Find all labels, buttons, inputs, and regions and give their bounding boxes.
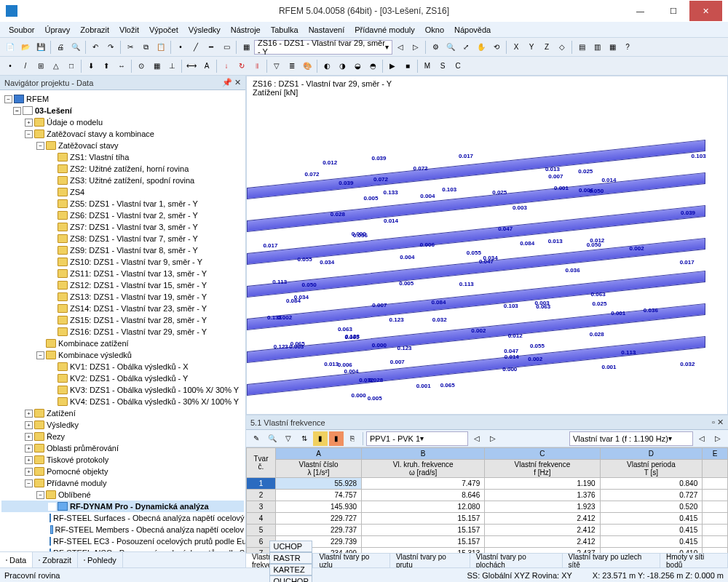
tree-item[interactable]: Kombinace zatížení — [1, 338, 244, 349]
results-sort-icon[interactable]: ⇅ — [297, 431, 312, 446]
results-combo-1[interactable]: PPV1 - PVK 1 ▾ — [366, 431, 468, 446]
tool-8-icon[interactable]: ↔ — [114, 59, 129, 73]
results-next-1-icon[interactable]: ▷ — [486, 431, 500, 446]
view-z-icon[interactable]: Z — [539, 40, 554, 55]
table-row[interactable]: 5229.73715.1572.4120.415 — [247, 525, 728, 536]
status-toggle-rastr[interactable]: RASTR — [269, 552, 312, 564]
tree-item[interactable]: ZS3: Užitné zatížení, spodní rovina — [1, 175, 244, 186]
tree-item[interactable]: RF-STEEL Surfaces - Obecná analýza napět… — [1, 512, 244, 524]
nav-tab-data[interactable]: Data — [0, 552, 33, 567]
tool-grid-icon[interactable]: ▦ — [149, 59, 164, 73]
next-icon[interactable]: ▷ — [408, 40, 423, 55]
menu-přídavné moduly[interactable]: Přídavné moduly — [350, 24, 419, 36]
results-next-2-icon[interactable]: ▷ — [711, 431, 725, 446]
tree-item[interactable]: ZS11: DZS1 - Vlastní tvar 13, směr - Y — [1, 268, 244, 279]
result-tab[interactable]: Vlastní tvary po plochách — [470, 554, 563, 567]
cut-icon[interactable]: ✂ — [123, 40, 138, 55]
menu-vložit[interactable]: Vložit — [115, 24, 143, 36]
results-color-2-icon[interactable]: ▮ — [329, 431, 344, 446]
color-icon[interactable]: 🎨 — [300, 59, 314, 73]
tree-item[interactable]: ZS9: DZS1 - Vlastní tvar 8, směr - Y — [1, 244, 244, 256]
tree-item[interactable]: +Řezy — [1, 431, 244, 442]
dim-icon[interactable]: ⟷ — [184, 59, 199, 73]
minimize-button[interactable]: — — [624, 1, 657, 21]
results-table[interactable]: Tvarč.ABCDEVlastní čísloλ [1/s²]Vl. kruh… — [246, 447, 728, 553]
nav-tab-zobrazit[interactable]: Zobrazit — [33, 552, 78, 567]
filter-icon[interactable]: ▽ — [269, 59, 284, 73]
tree-item[interactable]: +Pomocné objekty — [1, 466, 244, 477]
tree-item[interactable]: ZS5: DZS1 - Vlastní tvar 1, směr - Y — [1, 198, 244, 210]
maximize-button[interactable]: ☐ — [657, 1, 689, 21]
member-icon[interactable]: ━ — [204, 40, 218, 55]
menu-výpočet[interactable]: Výpočet — [145, 24, 183, 36]
tree-item[interactable]: −Přídavné moduly — [1, 477, 244, 489]
tree-item[interactable]: ZS15: DZS1 - Vlastní tvar 28, směr - Y — [1, 314, 244, 326]
view-iso-icon[interactable]: ◇ — [555, 40, 569, 55]
tree-item[interactable]: −Kombinace výsledků — [1, 349, 244, 361]
result-tab[interactable]: Hmoty v síti bodů — [660, 554, 728, 567]
tree-item[interactable]: ZS7: DZS1 - Vlastní tvar 3, směr - Y — [1, 221, 244, 233]
menu-zobrazit[interactable]: Zobrazit — [76, 24, 114, 36]
line-icon[interactable]: ╱ — [189, 40, 203, 55]
results-prev-1-icon[interactable]: ◁ — [470, 431, 484, 446]
render-1-icon[interactable]: ▤ — [574, 40, 589, 55]
tree-item[interactable]: −03-Lešení — [1, 105, 244, 116]
save-icon[interactable]: 💾 — [33, 40, 48, 55]
close-button[interactable]: ✕ — [689, 1, 722, 21]
menu-nástroje[interactable]: Nástroje — [226, 24, 265, 36]
status-toggle-ouchop[interactable]: OUCHOP — [269, 575, 312, 583]
tree-item[interactable]: ZS12: DZS1 - Vlastní tvar 15, směr - Y — [1, 279, 244, 291]
nav-tab-pohledy[interactable]: Pohledy — [78, 552, 123, 567]
menu-výsledky[interactable]: Výsledky — [184, 24, 225, 36]
result-2-icon[interactable]: ◑ — [335, 59, 349, 73]
tree-item[interactable]: ZS14: DZS1 - Vlastní tvar 23, směr - Y — [1, 303, 244, 314]
tool-6-icon[interactable]: ⬇ — [84, 59, 98, 73]
surface-icon[interactable]: ▭ — [219, 40, 234, 55]
tool-3-icon[interactable]: ⊞ — [33, 59, 48, 73]
status-toggle-kartez[interactable]: KARTEZ — [269, 564, 312, 575]
table-row[interactable]: 274.7578.6461.3760.727 — [247, 490, 728, 501]
tree-item[interactable]: ZS13: DZS1 - Vlastní tvar 19, směr - Y — [1, 291, 244, 303]
loadcase-dropdown[interactable]: ZS16 - DZS1 - Vlastní tvar 29, směr - Y … — [254, 40, 392, 55]
tree-item[interactable]: −Zatěžovací stavy — [1, 140, 244, 151]
view-y-icon[interactable]: Y — [524, 40, 539, 55]
zoom-all-icon[interactable]: ⤢ — [459, 40, 473, 55]
tree-item[interactable]: KV3: DZS1 - Obálka výsledků - 100% X/ 30… — [1, 384, 244, 396]
menu-soubor[interactable]: Soubor — [4, 24, 39, 36]
tool-ortho-icon[interactable]: ⊥ — [165, 59, 179, 73]
tree-item[interactable]: +Údaje o modelu — [1, 116, 244, 128]
tool-5-icon[interactable]: □ — [64, 59, 79, 73]
result-3-icon[interactable]: ◒ — [350, 59, 365, 73]
model-viewport[interactable]: ZS16 : DZS1 - Vlastní tvar 29, směr - Y … — [246, 76, 728, 415]
table-row[interactable]: 4229.72715.1572.4120.415 — [247, 513, 728, 525]
load-moment-icon[interactable]: ↻ — [234, 59, 249, 73]
render-2-icon[interactable]: ▥ — [590, 40, 604, 55]
animate-icon[interactable]: ▶ — [385, 59, 400, 73]
undo-icon[interactable]: ↶ — [88, 40, 103, 55]
paste-icon[interactable]: 📋 — [154, 40, 168, 55]
render-3-icon[interactable]: ▦ — [605, 40, 620, 55]
module-3-icon[interactable]: C — [451, 59, 465, 73]
results-find-icon[interactable]: 🔍 — [265, 431, 280, 446]
result-tab[interactable]: Vlastní tvary po uzlu — [313, 554, 390, 567]
menu-okno[interactable]: Okno — [421, 24, 448, 36]
result-tab[interactable]: Vlastní tvary po prutu — [390, 554, 470, 567]
tree-item[interactable]: +Tiskové protokoly — [1, 454, 244, 466]
tree-item[interactable]: ZS10: DZS1 - Vlastní tvar 9, směr - Y — [1, 256, 244, 268]
layers-icon[interactable]: ≣ — [285, 59, 299, 73]
results-prev-2-icon[interactable]: ◁ — [695, 431, 709, 446]
tree-item[interactable]: RF-STEEL Members - Obecná analýza napětí… — [1, 524, 244, 535]
view-x-icon[interactable]: X — [509, 40, 523, 55]
tree-item[interactable]: ZS4 — [1, 186, 244, 198]
results-export-icon[interactable]: ⎘ — [345, 431, 360, 446]
zoom-window-icon[interactable]: 🔍 — [443, 40, 458, 55]
menu-nastavení[interactable]: Nastavení — [304, 24, 349, 36]
calc-icon[interactable]: ⚙ — [428, 40, 443, 55]
copy-icon[interactable]: ⧉ — [138, 40, 153, 55]
tree-item[interactable]: ZS1: Vlastní tíha — [1, 151, 244, 163]
load-line-icon[interactable]: ⫴ — [250, 59, 264, 73]
stop-icon[interactable]: ■ — [400, 59, 415, 73]
redo-icon[interactable]: ↷ — [103, 40, 118, 55]
tree-item[interactable]: ZS16: DZS1 - Vlastní tvar 29, směr - Y — [1, 326, 244, 338]
module-1-icon[interactable]: M — [420, 59, 435, 73]
